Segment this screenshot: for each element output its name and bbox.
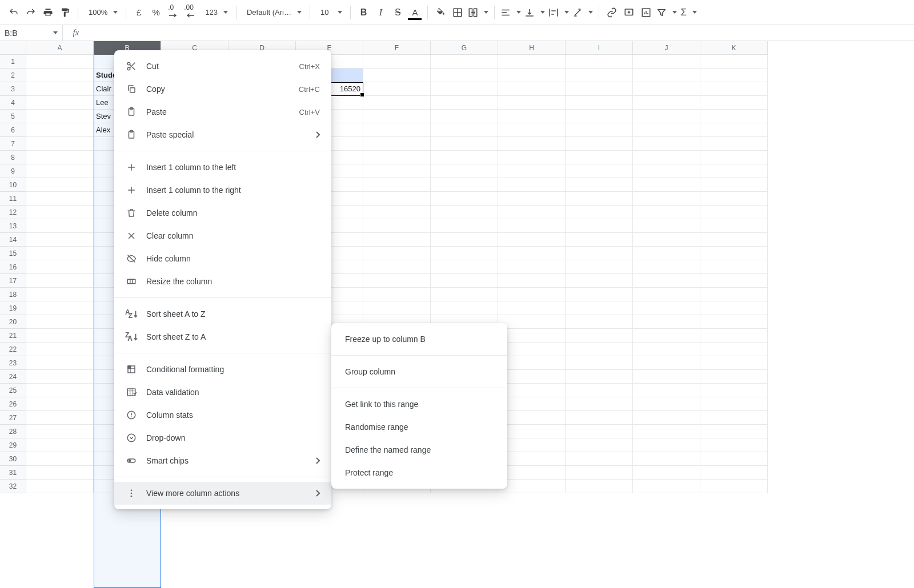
cell[interactable] xyxy=(498,411,566,425)
cell[interactable] xyxy=(26,452,94,466)
cell[interactable] xyxy=(700,110,768,123)
more-formats-button[interactable]: 123 xyxy=(199,4,231,21)
cell[interactable] xyxy=(26,164,94,178)
cell[interactable] xyxy=(700,219,768,233)
cell[interactable] xyxy=(498,384,566,397)
cell[interactable] xyxy=(700,69,768,82)
cell[interactable] xyxy=(363,164,431,178)
row-header[interactable]: 15 xyxy=(0,247,26,260)
cell[interactable] xyxy=(633,178,700,192)
row-header[interactable]: 7 xyxy=(0,137,26,151)
cell[interactable] xyxy=(633,301,700,315)
cell[interactable] xyxy=(700,480,768,493)
filter-button[interactable] xyxy=(655,4,678,21)
row-header[interactable]: 9 xyxy=(0,164,26,178)
menu-item-sort-sheet-z-to-a[interactable]: ZASort sheet Z to A xyxy=(114,325,331,348)
menu-item-hide-column[interactable]: Hide column xyxy=(114,247,331,270)
italic-button[interactable]: I xyxy=(372,4,388,21)
cell[interactable] xyxy=(26,192,94,206)
cell[interactable] xyxy=(26,69,94,82)
cell[interactable] xyxy=(498,123,566,137)
cell[interactable] xyxy=(363,274,431,288)
cell[interactable] xyxy=(566,301,633,315)
cell[interactable] xyxy=(700,411,768,425)
cell[interactable] xyxy=(431,247,498,260)
cell[interactable] xyxy=(633,425,700,438)
cell[interactable] xyxy=(700,151,768,164)
menu-item-copy[interactable]: CopyCtrl+C xyxy=(114,78,331,100)
cell[interactable] xyxy=(633,55,700,69)
cell[interactable] xyxy=(566,260,633,274)
cell[interactable] xyxy=(700,260,768,274)
cell[interactable] xyxy=(26,82,94,96)
currency-button[interactable]: £ xyxy=(131,4,147,21)
cell[interactable] xyxy=(498,192,566,206)
select-all-corner[interactable] xyxy=(0,41,26,55)
row-header[interactable]: 14 xyxy=(0,233,26,247)
cell[interactable] xyxy=(498,260,566,274)
cell[interactable] xyxy=(363,55,431,69)
cell[interactable] xyxy=(363,233,431,247)
cell[interactable] xyxy=(566,411,633,425)
print-button[interactable] xyxy=(40,4,56,21)
submenu-item-randomise-range[interactable]: Randomise range xyxy=(331,416,507,438)
cell[interactable] xyxy=(498,315,566,329)
menu-item-insert-1-column-to-the-left[interactable]: Insert 1 column to the left xyxy=(114,156,331,179)
row-header[interactable]: 29 xyxy=(0,438,26,452)
cell[interactable] xyxy=(633,288,700,301)
cell[interactable] xyxy=(363,151,431,164)
cell[interactable] xyxy=(26,411,94,425)
name-box[interactable]: B:B xyxy=(0,25,63,41)
row-header[interactable]: 24 xyxy=(0,370,26,384)
cell[interactable] xyxy=(26,247,94,260)
cell[interactable] xyxy=(566,329,633,343)
cell[interactable] xyxy=(26,301,94,315)
cell[interactable] xyxy=(700,343,768,356)
cell[interactable] xyxy=(363,219,431,233)
cell[interactable] xyxy=(498,219,566,233)
row-header[interactable]: 16 xyxy=(0,260,26,274)
cell[interactable] xyxy=(26,110,94,123)
cell[interactable] xyxy=(633,219,700,233)
insert-comment-button[interactable] xyxy=(621,4,637,21)
cell[interactable] xyxy=(700,274,768,288)
cell[interactable] xyxy=(633,82,700,96)
cell[interactable] xyxy=(498,233,566,247)
cell[interactable] xyxy=(633,164,700,178)
text-color-button[interactable]: A xyxy=(407,4,423,21)
cell[interactable] xyxy=(633,411,700,425)
cell[interactable] xyxy=(566,178,633,192)
horizontal-align-button[interactable] xyxy=(499,4,522,21)
cell[interactable] xyxy=(633,370,700,384)
insert-chart-button[interactable] xyxy=(638,4,654,21)
cell[interactable] xyxy=(633,466,700,480)
cell[interactable] xyxy=(363,96,431,110)
cell[interactable] xyxy=(633,452,700,466)
cell[interactable] xyxy=(498,164,566,178)
functions-button[interactable]: Σ xyxy=(679,4,698,21)
cell[interactable] xyxy=(566,480,633,493)
cell[interactable] xyxy=(700,123,768,137)
cell[interactable] xyxy=(566,425,633,438)
cell[interactable] xyxy=(498,110,566,123)
cell[interactable] xyxy=(566,247,633,260)
cell[interactable] xyxy=(700,178,768,192)
cell[interactable] xyxy=(633,110,700,123)
cell[interactable] xyxy=(431,288,498,301)
submenu-item-define-the-named-range[interactable]: Define the named range xyxy=(331,438,507,461)
row-header[interactable]: 32 xyxy=(0,480,26,493)
cell[interactable] xyxy=(431,151,498,164)
font-size-select[interactable]: 10 xyxy=(315,4,346,21)
menu-item-sort-sheet-a-to-z[interactable]: AZSort sheet A to Z xyxy=(114,303,331,325)
cell[interactable] xyxy=(498,452,566,466)
row-header[interactable]: 5 xyxy=(0,110,26,123)
cell[interactable] xyxy=(498,247,566,260)
cell[interactable] xyxy=(431,178,498,192)
cell[interactable] xyxy=(566,110,633,123)
menu-item-view-more-column-actions[interactable]: View more column actions xyxy=(114,482,331,505)
cell[interactable] xyxy=(700,452,768,466)
menu-item-resize-the-column[interactable]: Resize the column xyxy=(114,270,331,293)
column-header-a[interactable]: A xyxy=(26,41,94,55)
cell[interactable] xyxy=(363,192,431,206)
row-header[interactable]: 26 xyxy=(0,397,26,411)
